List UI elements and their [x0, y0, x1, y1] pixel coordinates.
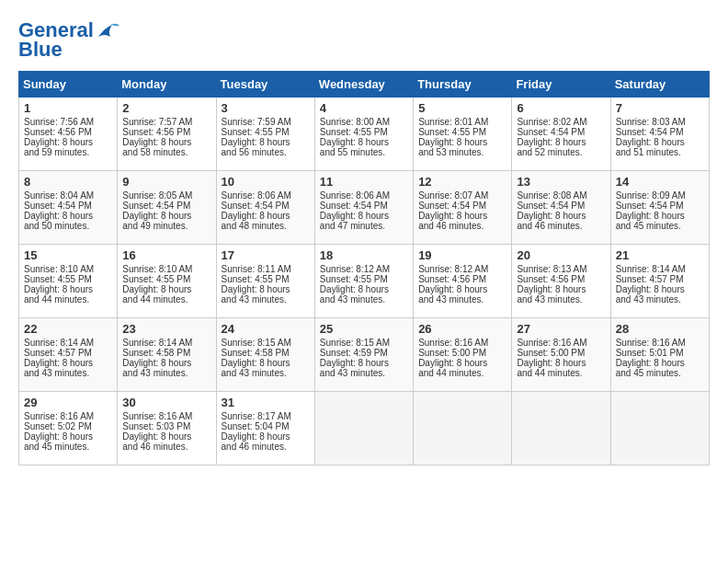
day-info: and 43 minutes. [616, 294, 704, 304]
day-info: Sunrise: 8:06 AM [320, 190, 408, 201]
calendar-week-5: 29Sunrise: 8:16 AMSunset: 5:02 PMDayligh… [19, 392, 710, 465]
day-info: Daylight: 8 hours [517, 137, 605, 147]
day-info: Daylight: 8 hours [222, 211, 310, 221]
calendar-cell: 27Sunrise: 8:16 AMSunset: 5:00 PMDayligh… [512, 318, 610, 392]
day-number: 22 [24, 322, 112, 336]
day-info: Sunrise: 7:59 AM [222, 117, 310, 127]
calendar-cell: 6Sunrise: 8:02 AMSunset: 4:54 PMDaylight… [512, 98, 610, 171]
day-info: Daylight: 8 hours [122, 431, 210, 442]
calendar-cell: 29Sunrise: 8:16 AMSunset: 5:02 PMDayligh… [19, 392, 118, 465]
day-number: 17 [222, 248, 310, 262]
day-info: Sunrise: 8:14 AM [616, 264, 704, 274]
day-info: and 44 minutes. [418, 368, 506, 378]
calendar-cell: 4Sunrise: 8:00 AMSunset: 4:55 PMDaylight… [314, 98, 413, 171]
day-number: 26 [418, 322, 506, 336]
day-info: and 43 minutes. [222, 368, 310, 378]
day-info: and 44 minutes. [517, 368, 605, 378]
day-info: Sunset: 4:58 PM [222, 348, 310, 358]
day-info: Sunset: 4:56 PM [517, 274, 605, 284]
day-info: Sunset: 4:54 PM [418, 201, 506, 211]
day-info: Daylight: 8 hours [320, 211, 408, 221]
day-info: Sunrise: 8:13 AM [517, 264, 605, 274]
day-info: Sunset: 4:54 PM [517, 201, 605, 211]
calendar-table: SundayMondayTuesdayWednesdayThursdayFrid… [18, 71, 710, 465]
day-info: Sunrise: 8:15 AM [222, 338, 310, 348]
day-info: and 43 minutes. [517, 294, 605, 304]
weekday-tuesday: Tuesday [216, 72, 314, 98]
day-info: Sunset: 4:55 PM [418, 127, 506, 137]
calendar-cell [610, 392, 709, 465]
weekday-header-row: SundayMondayTuesdayWednesdayThursdayFrid… [19, 72, 710, 98]
day-number: 7 [616, 101, 704, 115]
day-info: Daylight: 8 hours [122, 211, 210, 221]
calendar-cell: 9Sunrise: 8:05 AMSunset: 4:54 PMDaylight… [118, 171, 216, 245]
day-info: Daylight: 8 hours [24, 431, 112, 442]
calendar-cell: 18Sunrise: 8:12 AMSunset: 4:55 PMDayligh… [314, 245, 413, 318]
day-info: Daylight: 8 hours [222, 284, 310, 294]
weekday-wednesday: Wednesday [314, 72, 413, 98]
day-info: Daylight: 8 hours [24, 137, 112, 147]
day-number: 8 [24, 175, 112, 189]
day-info: and 43 minutes. [418, 294, 506, 304]
weekday-monday: Monday [118, 72, 216, 98]
day-info: Sunrise: 8:16 AM [418, 338, 506, 348]
day-number: 20 [517, 248, 605, 262]
weekday-sunday: Sunday [19, 72, 118, 98]
day-info: Sunrise: 8:12 AM [418, 264, 506, 274]
day-info: Daylight: 8 hours [320, 284, 408, 294]
day-info: Sunset: 4:57 PM [616, 274, 704, 284]
day-info: Daylight: 8 hours [122, 358, 210, 368]
day-info: Sunset: 4:54 PM [222, 201, 310, 211]
day-info: Sunset: 4:56 PM [418, 274, 506, 284]
day-info: and 46 minutes. [122, 442, 210, 452]
calendar-cell: 7Sunrise: 8:03 AMSunset: 4:54 PMDaylight… [610, 98, 709, 171]
day-number: 2 [122, 101, 210, 115]
day-number: 23 [122, 322, 210, 336]
calendar-cell: 17Sunrise: 8:11 AMSunset: 4:55 PMDayligh… [216, 245, 314, 318]
day-info: Daylight: 8 hours [320, 358, 408, 368]
day-info: and 59 minutes. [24, 147, 112, 157]
day-info: Sunset: 5:03 PM [122, 421, 210, 431]
day-info: Sunrise: 8:11 AM [222, 264, 310, 274]
day-number: 19 [418, 248, 506, 262]
day-info: and 45 minutes. [24, 442, 112, 452]
calendar-cell: 3Sunrise: 7:59 AMSunset: 4:55 PMDaylight… [216, 98, 314, 171]
day-info: Sunset: 4:56 PM [24, 127, 112, 137]
day-number: 15 [24, 248, 112, 262]
day-info: Sunrise: 8:04 AM [24, 190, 112, 201]
day-info: Daylight: 8 hours [517, 284, 605, 294]
calendar-cell: 16Sunrise: 8:10 AMSunset: 4:55 PMDayligh… [118, 245, 216, 318]
day-number: 6 [517, 101, 605, 115]
day-info: Sunset: 5:00 PM [517, 348, 605, 358]
day-number: 31 [222, 396, 310, 409]
day-info: Sunset: 4:55 PM [320, 127, 408, 137]
day-info: and 43 minutes. [122, 368, 210, 378]
day-info: Sunset: 4:54 PM [122, 201, 210, 211]
weekday-friday: Friday [512, 72, 610, 98]
day-info: and 49 minutes. [122, 221, 210, 231]
day-info: and 53 minutes. [418, 147, 506, 157]
day-info: Sunset: 4:54 PM [616, 201, 704, 211]
calendar-cell [414, 392, 512, 465]
weekday-thursday: Thursday [414, 72, 512, 98]
day-info: Sunrise: 8:12 AM [320, 264, 408, 274]
day-number: 30 [122, 396, 210, 409]
day-info: Daylight: 8 hours [418, 211, 506, 221]
calendar-cell: 28Sunrise: 8:16 AMSunset: 5:01 PMDayligh… [610, 318, 709, 392]
day-info: Sunset: 4:58 PM [122, 348, 210, 358]
day-info: Daylight: 8 hours [616, 284, 704, 294]
day-info: Daylight: 8 hours [222, 137, 310, 147]
day-info: Sunset: 5:00 PM [418, 348, 506, 358]
day-info: Daylight: 8 hours [24, 284, 112, 294]
day-info: Sunset: 4:56 PM [122, 127, 210, 137]
day-info: Sunrise: 8:06 AM [222, 190, 310, 201]
calendar-cell: 8Sunrise: 8:04 AMSunset: 4:54 PMDaylight… [19, 171, 118, 245]
day-info: Daylight: 8 hours [418, 137, 506, 147]
day-info: Sunrise: 8:10 AM [24, 264, 112, 274]
day-info: and 43 minutes. [222, 294, 310, 304]
day-info: Sunset: 5:01 PM [616, 348, 704, 358]
day-info: Daylight: 8 hours [418, 284, 506, 294]
day-number: 14 [616, 175, 704, 189]
calendar-cell: 24Sunrise: 8:15 AMSunset: 4:58 PMDayligh… [216, 318, 314, 392]
day-info: and 51 minutes. [616, 147, 704, 157]
